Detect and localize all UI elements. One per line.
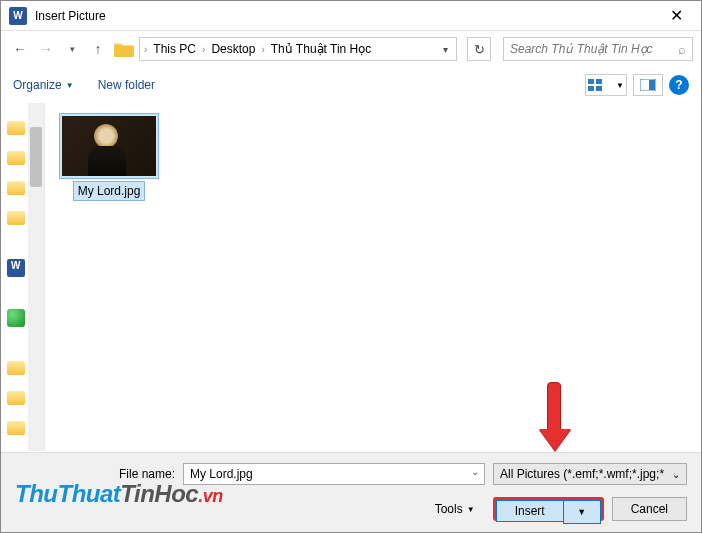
cancel-button[interactable]: Cancel [612, 497, 687, 521]
new-folder-label: New folder [98, 78, 155, 92]
chevron-right-icon: › [144, 44, 147, 55]
chevron-down-icon: ▼ [467, 505, 475, 514]
help-button[interactable]: ? [669, 75, 689, 95]
filetype-filter[interactable]: All Pictures (*.emf;*.wmf;*.jpg;* ⌄ [493, 463, 687, 485]
file-name: My Lord.jpg [73, 181, 146, 201]
tools-button[interactable]: Tools ▼ [435, 502, 475, 516]
breadcrumb-folder[interactable]: Thủ Thuật Tin Học [269, 42, 373, 56]
sidebar-folder-6[interactable] [5, 387, 27, 409]
insert-dropdown[interactable]: ▼ [563, 500, 601, 524]
sidebar-scrollbar[interactable] [28, 103, 44, 451]
forward-button[interactable]: → [35, 38, 57, 60]
svg-rect-1 [596, 79, 602, 84]
chevron-down-icon: ▼ [66, 81, 74, 90]
filename-input[interactable] [183, 463, 485, 485]
recent-dropdown[interactable]: ▾ [61, 38, 83, 60]
chevron-right-icon: › [202, 44, 205, 55]
thumbnails-icon [588, 79, 602, 91]
breadcrumb-desktop[interactable]: Desktop [209, 42, 257, 56]
breadcrumb-pc[interactable]: This PC [151, 42, 198, 56]
sidebar-folder-1[interactable] [5, 117, 27, 139]
nav-row: ← → ▾ ↑ › This PC › Desktop › Thủ Thuật … [1, 31, 701, 67]
organize-label: Organize [13, 78, 62, 92]
watermark-p2: TinHoc [120, 480, 198, 507]
insert-button[interactable]: Insert [496, 500, 563, 522]
close-button[interactable]: ✕ [660, 6, 693, 25]
sidebar-folder-3[interactable] [5, 177, 27, 199]
new-folder-button[interactable]: New folder [98, 78, 155, 92]
search-icon[interactable]: ⌕ [678, 42, 686, 57]
filename-dropdown[interactable]: ⌄ [471, 466, 479, 477]
sidebar-word-icon[interactable] [5, 257, 27, 279]
file-pane[interactable]: My Lord.jpg [45, 103, 701, 451]
tools-label: Tools [435, 502, 463, 516]
breadcrumb-dropdown[interactable]: ▾ [439, 44, 452, 55]
sidebar-sync-icon[interactable] [5, 307, 27, 329]
window-title: Insert Picture [35, 9, 106, 23]
svg-rect-5 [649, 80, 655, 90]
file-item[interactable]: My Lord.jpg [55, 113, 163, 201]
chevron-right-icon: › [261, 44, 264, 55]
up-button[interactable]: ↑ [87, 38, 109, 60]
refresh-button[interactable]: ↻ [467, 37, 491, 61]
preview-icon [640, 79, 656, 91]
search-box[interactable]: ⌕ [503, 37, 693, 61]
sidebar-folder-2[interactable] [5, 147, 27, 169]
toolbar: Organize ▼ New folder ▼ ? [1, 67, 701, 103]
insert-label: Insert [515, 504, 545, 518]
search-input[interactable] [510, 42, 678, 56]
folder-icon [113, 40, 135, 58]
svg-rect-3 [596, 86, 602, 91]
file-thumbnail [59, 113, 159, 179]
chevron-down-icon: ▼ [616, 81, 624, 90]
breadcrumb[interactable]: › This PC › Desktop › Thủ Thuật Tin Học … [139, 37, 457, 61]
watermark-p3: .vn [198, 486, 223, 506]
svg-rect-0 [588, 79, 594, 84]
organize-button[interactable]: Organize ▼ [13, 78, 74, 92]
sidebar-folder-7[interactable] [5, 417, 27, 439]
content-area: My Lord.jpg [1, 103, 701, 451]
filter-label: All Pictures (*.emf;*.wmf;*.jpg;* [500, 467, 664, 481]
filename-label: File name: [105, 467, 175, 481]
preview-pane-button[interactable] [633, 74, 663, 96]
back-button[interactable]: ← [9, 38, 31, 60]
view-mode-button[interactable]: ▼ [585, 74, 627, 96]
insert-button-group: Insert ▼ [493, 497, 604, 521]
sidebar [1, 103, 45, 451]
chevron-down-icon: ⌄ [672, 469, 680, 480]
svg-rect-2 [588, 86, 594, 91]
watermark-p1: ThuThuat [15, 480, 120, 507]
watermark: ThuThuatTinHoc.vn [15, 480, 223, 508]
title-bar: W Insert Picture ✕ [1, 1, 701, 31]
word-app-icon: W [9, 7, 27, 25]
sidebar-folder-5[interactable] [5, 357, 27, 379]
sidebar-folder-4[interactable] [5, 207, 27, 229]
